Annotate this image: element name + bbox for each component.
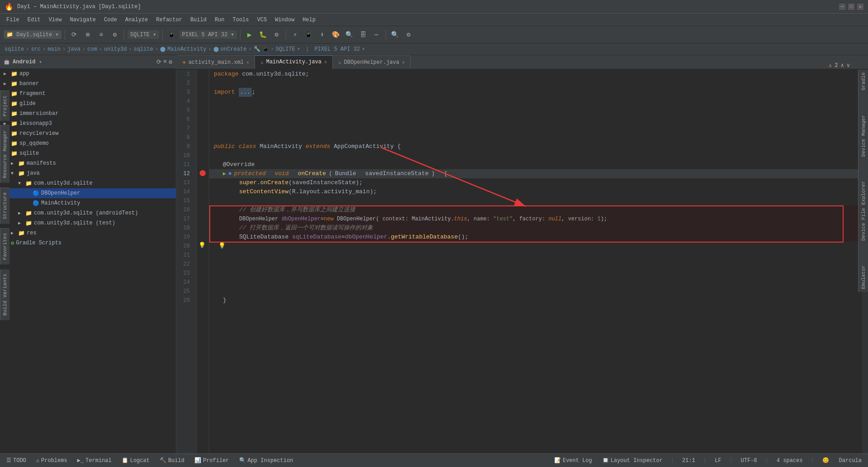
breadcrumb-sqlite[interactable]: sqlite <box>5 46 24 52</box>
warning-chevron-up[interactable]: ∧ <box>841 62 844 69</box>
toolbar-search-btn[interactable]: 🔍 <box>389 29 401 41</box>
breadcrumb-oncreate[interactable]: onCreate <box>221 46 247 52</box>
menu-run[interactable]: Run <box>211 15 228 24</box>
emulator-tab[interactable]: Emulator <box>861 265 866 289</box>
breadcrumb-src[interactable]: src <box>31 46 41 52</box>
sync-files-icon[interactable]: ⟳ <box>156 58 161 66</box>
menu-refactor[interactable]: Refactor <box>152 15 186 24</box>
device-selector[interactable]: PIXEL 5 API 32 ▾ <box>179 30 237 39</box>
gradle-tab[interactable]: Gradle <box>861 72 866 91</box>
menu-build[interactable]: Build <box>187 15 210 24</box>
tree-item-mainactivity[interactable]: ▶ 🔵 MainActivity <box>0 198 176 208</box>
tree-item-banner[interactable]: ▶ 📁 banner <box>0 79 176 89</box>
menu-analyze[interactable]: Analyze <box>122 15 151 24</box>
breadcrumb-main[interactable]: main <box>47 46 61 52</box>
status-indent[interactable]: 4 spaces <box>775 457 805 465</box>
toolbar-pref-btn[interactable]: ⚙ <box>403 29 415 41</box>
menu-tools[interactable]: Tools <box>229 15 253 24</box>
status-theme[interactable]: Darcula <box>837 457 863 465</box>
build-variants-tab[interactable]: Build Variants <box>0 269 9 320</box>
menu-navigate[interactable]: Navigate <box>66 15 99 24</box>
title-bar-controls[interactable]: — □ ✕ <box>839 4 863 10</box>
device-file-explorer-tab[interactable]: Device File Explorer <box>861 181 866 241</box>
status-event-log[interactable]: 📝 Event Log <box>552 456 594 465</box>
breadcrumb-device-name[interactable]: PIXEL 5 API 32 <box>314 46 360 52</box>
breadcrumb-com[interactable]: com <box>87 46 97 52</box>
breadcrumb-mainactivity[interactable]: MainActivity <box>167 46 206 52</box>
tree-item-immersionbar[interactable]: ▶ 📁 immersionbar <box>0 109 176 119</box>
debug-button[interactable]: 🐛 <box>257 29 269 41</box>
status-encoding[interactable]: UTF-8 <box>739 457 759 465</box>
bulb-icon[interactable]: 💡 <box>214 242 226 251</box>
tree-item-recyclerview[interactable]: ▶ 📁 recyclerview <box>0 129 176 138</box>
tree-item-lessonapp3[interactable]: ▶ 📁 lessonapp3 <box>0 119 176 129</box>
tree-item-java[interactable]: ▼ 📁 java <box>0 168 176 178</box>
toolbar-sdk-mgr-btn[interactable]: ⬇ <box>316 29 328 41</box>
tree-item-fragment[interactable]: ▶ 📁 fragment <box>0 89 176 99</box>
breadcrumb-unity3d[interactable]: unity3d <box>104 46 127 52</box>
panel-dropdown-icon[interactable]: ▾ <box>39 59 42 65</box>
favorites-tab[interactable]: Favorites <box>0 228 9 264</box>
toolbar-profile-btn[interactable]: ⚡ <box>289 29 301 41</box>
status-problems[interactable]: ⚠ Problems <box>34 456 69 465</box>
maximize-button[interactable]: □ <box>848 4 854 10</box>
panel-settings-icon[interactable]: ⚙ <box>169 58 172 66</box>
status-profiler[interactable]: 📊 Profiler <box>193 456 231 465</box>
tree-item-sp-qqdemo[interactable]: ▶ 📁 sp_qqdemo <box>0 138 176 148</box>
status-app-inspection[interactable]: 🔍 App Inspection <box>237 456 295 465</box>
tab-close-activity-main[interactable]: ✕ <box>246 60 249 65</box>
breadcrumb-build[interactable]: SQLITE <box>276 46 295 52</box>
close-button[interactable]: ✕ <box>857 4 863 10</box>
status-build[interactable]: 🔨 Build <box>158 456 186 465</box>
menu-window[interactable]: Window <box>271 15 298 24</box>
status-mood[interactable]: 😊 <box>821 456 831 465</box>
tree-item-glide[interactable]: ▶ 📁 glide <box>0 99 176 109</box>
breadcrumb-java[interactable]: java <box>67 46 80 52</box>
menu-code[interactable]: Code <box>100 15 121 24</box>
tree-item-package[interactable]: ▼ 📁 com.unity3d.sqlite <box>0 178 176 188</box>
menu-edit[interactable]: Edit <box>24 15 44 24</box>
project-tab[interactable]: Project <box>0 91 9 121</box>
resource-manager-tab[interactable]: Resource Manager <box>0 125 9 183</box>
project-selector[interactable]: 📁 Day1.sqlite ▾ <box>4 30 61 39</box>
toolbar-sdk-btn[interactable]: ≡ <box>95 29 107 41</box>
coverage-button[interactable]: ⚙ <box>271 29 283 41</box>
code-editor[interactable]: 1 2 3 4 5 6 7 8 9 10 11 12 13 14 15 16 1… <box>176 70 868 453</box>
device-manager-tab[interactable]: Device Manager <box>861 115 866 157</box>
toolbar-more-btn[interactable]: ⋯ <box>371 29 382 41</box>
run-button[interactable]: ▶ <box>244 29 255 41</box>
tab-close-mainactivity[interactable]: ✕ <box>324 59 327 65</box>
code-content[interactable]: package com.unity3d.sqlite; import ...; … <box>209 70 862 453</box>
toolbar-settings-btn[interactable]: ⚙ <box>109 29 121 41</box>
toolbar-db-btn[interactable]: 🗄 <box>357 29 369 41</box>
menu-view[interactable]: View <box>45 15 66 24</box>
tree-item-gradle[interactable]: ▶ ⚙ Gradle Scripts <box>0 238 176 248</box>
toolbar-avd-btn[interactable]: 📱 <box>303 29 315 41</box>
warning-chevron-down[interactable]: ∨ <box>847 62 850 69</box>
minimize-button[interactable]: — <box>839 4 845 10</box>
status-todo[interactable]: ☰ TODO <box>5 456 28 465</box>
collapse-all-icon[interactable]: ≡ <box>163 58 167 66</box>
toolbar-layout-btn[interactable]: ⊞ <box>82 29 94 41</box>
tree-item-test[interactable]: ▶ 📁 com.unity3d.sqlite (test) <box>0 218 176 228</box>
tab-close-dbopen[interactable]: ✕ <box>402 60 405 65</box>
structure-tab[interactable]: Structure <box>0 187 9 224</box>
menu-vcs[interactable]: VCS <box>254 15 271 24</box>
status-position[interactable]: 21:1 <box>680 457 697 465</box>
tree-item-dbopen[interactable]: ▶ 🔵 DBOpenHelper <box>0 188 176 198</box>
toolbar-theme-btn[interactable]: 🎨 <box>330 29 342 41</box>
tree-item-manifests[interactable]: ▶ 📁 manifests <box>0 158 176 168</box>
status-layout-inspector[interactable]: 🔲 Layout Inspector <box>600 456 665 465</box>
build-config-selector[interactable]: SQLITE ▾ <box>127 30 159 39</box>
tree-item-app[interactable]: ▶ 📁 app <box>0 69 176 79</box>
tree-item-androidtest[interactable]: ▶ 📁 com.unity3d.sqlite (androidTest) <box>0 208 176 218</box>
breadcrumb-sqlite2[interactable]: sqlite <box>134 46 153 52</box>
tab-activity-main[interactable]: ✤ activity_main.xml ✕ <box>177 55 255 69</box>
menu-help[interactable]: Help <box>299 15 319 24</box>
tree-item-res[interactable]: ▶ 📁 res <box>0 228 176 238</box>
run-gutter-icon[interactable]: ▶ <box>223 169 226 178</box>
toolbar-sync-btn[interactable]: ⟳ <box>68 29 80 41</box>
debug-gutter-icon[interactable]: ◉ <box>229 169 231 178</box>
status-logcat[interactable]: 📋 Logcat <box>120 456 151 465</box>
status-line-ending[interactable]: LF <box>713 457 723 465</box>
